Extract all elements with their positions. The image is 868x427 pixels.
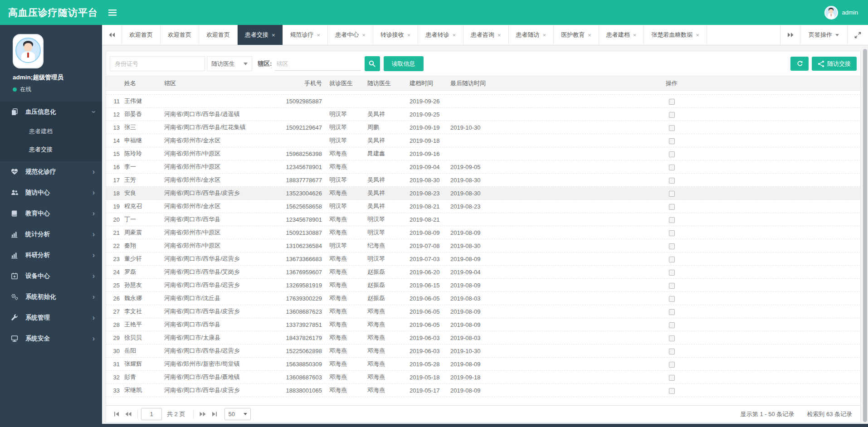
follow-handover-button[interactable]: 随访交接: [812, 57, 857, 71]
id-card-input[interactable]: [110, 56, 205, 71]
sidebar-item-std-treatment[interactable]: 规范化诊疗›: [0, 161, 102, 182]
region-input[interactable]: [275, 57, 361, 71]
tab-close-icon[interactable]: ×: [407, 32, 411, 39]
row-checkbox[interactable]: [669, 217, 675, 223]
table-row[interactable]: 20丁一河南省/周口市/西华县12345678901邓海燕明汉琴2019-08-…: [106, 213, 860, 226]
fullscreen-icon[interactable]: [847, 25, 868, 45]
table-row[interactable]: 15陈玲玲河南省/郑州市/中原区15968256398邓海燕晁建鑫2019-09…: [106, 147, 860, 160]
last-page-button[interactable]: [209, 408, 220, 420]
tab-actions-dropdown[interactable]: 页签操作: [800, 25, 847, 45]
tab-8[interactable]: 患者咨询×: [463, 25, 509, 45]
row-checkbox[interactable]: [669, 335, 675, 341]
tab-0[interactable]: 欢迎首页: [122, 25, 161, 45]
table-row[interactable]: 29徐贝贝河南省/周口市/太康县18437826179邓海燕邓海燕2019-06…: [106, 331, 860, 345]
table-row[interactable]: 18安良河南省/周口市/西华县/皮营乡13523004626邓海燕吴凤祥2019…: [106, 187, 860, 200]
read-info-button[interactable]: 读取信息: [384, 56, 424, 71]
tab-6[interactable]: 转诊接收×: [373, 25, 419, 45]
table-row[interactable]: 24罗磊河南省/周口市/西华县/艾岗乡13676959607邓海燕赵振磊2019…: [106, 266, 860, 279]
scrollbar-thumb[interactable]: [863, 49, 867, 422]
tab-close-icon[interactable]: ×: [543, 32, 546, 39]
sidebar-item-research-analysis[interactable]: 科研分析›: [0, 245, 102, 266]
sidebar-subitem-patient-handover[interactable]: 患者交接: [0, 141, 102, 159]
row-checkbox[interactable]: [669, 165, 675, 170]
tab-close-icon[interactable]: ×: [362, 32, 366, 39]
table-row[interactable]: 11王伟健150929858872019-09-26: [106, 95, 860, 108]
sidebar-item-sys-init[interactable]: 系统初始化›: [0, 286, 102, 307]
sidebar-item-edu-center[interactable]: 教育中心›: [0, 203, 102, 224]
table-row[interactable]: 19程克召河南省/郑州市/金水区15625658658明汉琴吴凤祥2019-08…: [106, 200, 860, 213]
table-row[interactable]: 31张耀辉河南省/郑州市/新密市/苟堂镇15638850309邓海燕邓海燕201…: [106, 358, 860, 371]
tab-close-icon[interactable]: ×: [633, 32, 637, 39]
table-row[interactable]: 16李一河南省/郑州市/中原区12345678901邓海燕2019-09-042…: [106, 160, 860, 174]
row-checkbox[interactable]: [669, 230, 675, 236]
row-checkbox[interactable]: [669, 178, 675, 184]
table-row[interactable]: 14申福继河南省/郑州市/金水区明汉琴吴凤祥2019-09-18: [106, 134, 860, 147]
table-row[interactable]: 27李文社河南省/周口市/西华县/皮营乡13608687623邓海燕邓海燕201…: [106, 305, 860, 318]
tab-4[interactable]: 规范诊疗×: [283, 25, 328, 45]
tab-10[interactable]: 医护教育×: [554, 25, 599, 45]
table-row[interactable]: 12邵晏香河南省/周口市/西华县/逍遥镇明汉琴吴凤祥2019-09-25: [106, 108, 860, 121]
table-row[interactable]: 25孙慧友河南省/周口市/西华县/迟营乡13269581919邓海燕赵振磊201…: [106, 279, 860, 292]
profile-avatar[interactable]: [13, 34, 44, 68]
tab-close-icon[interactable]: ×: [317, 32, 321, 39]
table-row[interactable]: 30岳阳河南省/周口市/西华县/迟营乡15225062898邓海燕邓海燕2019…: [106, 345, 860, 358]
tab-5[interactable]: 患者中心×: [328, 25, 373, 45]
row-checkbox[interactable]: [669, 388, 675, 394]
table-row[interactable]: 26魏永娜河南省/周口市/沈丘县17639300229邓海燕赵振磊2019-06…: [106, 292, 860, 305]
sidebar-item-sys-manage[interactable]: 系统管理›: [0, 307, 102, 328]
row-checkbox[interactable]: [669, 138, 675, 144]
sidebar-item-follow-center[interactable]: 随访中心›: [0, 182, 102, 203]
row-checkbox[interactable]: [669, 309, 675, 315]
table-row[interactable]: 17王芳河南省/郑州市/金水区18837778677明汉琴吴凤祥2019-08-…: [106, 174, 860, 187]
table-row[interactable]: 13张三河南省/周口市/西华县/红花集镇15092129647明汉琴周鹏2019…: [106, 121, 860, 134]
row-checkbox[interactable]: [669, 204, 675, 210]
refresh-button[interactable]: [790, 57, 809, 71]
search-button[interactable]: [365, 56, 380, 71]
tab-close-icon[interactable]: ×: [588, 32, 591, 39]
tab-close-icon[interactable]: ×: [696, 32, 699, 39]
tabs-scroll-left-button[interactable]: [102, 25, 122, 45]
row-checkbox[interactable]: [669, 112, 675, 118]
previous-page-button[interactable]: [122, 408, 134, 420]
table-row[interactable]: 33宋继凯河南省/周口市/西华县/皮营乡18838001065邓海燕邓海燕201…: [106, 384, 860, 397]
sidebar-item-stats-analysis[interactable]: 统计分析›: [0, 224, 102, 245]
tab-close-icon[interactable]: ×: [497, 32, 501, 39]
sidebar-toggle-icon[interactable]: [108, 10, 117, 16]
tab-12[interactable]: 张楚若血糖数据×: [644, 25, 707, 45]
table-row[interactable]: 23董少轩河南省/周口市/西华县/迟营乡13673366683邓海燕明汉琴201…: [106, 252, 860, 266]
table-row[interactable]: 32彭青河南省/周口市/西华县/聂堆镇13608687603邓海燕邓海燕2019…: [106, 371, 860, 384]
row-checkbox[interactable]: [669, 296, 675, 302]
tab-9[interactable]: 患者随访×: [509, 25, 554, 45]
row-checkbox[interactable]: [669, 243, 675, 249]
tab-7[interactable]: 患者转诊×: [418, 25, 463, 45]
row-checkbox[interactable]: [669, 191, 675, 197]
page-size-select[interactable]: 50: [224, 408, 251, 420]
row-checkbox[interactable]: [669, 322, 675, 328]
row-checkbox[interactable]: [669, 270, 675, 276]
tab-close-icon[interactable]: ×: [452, 32, 456, 39]
sidebar-item-sys-security[interactable]: 系统安全›: [0, 328, 102, 349]
table-row[interactable]: 21周豪震河南省/郑州市/中原区15092130887邓海燕明汉琴2019-08…: [106, 226, 860, 239]
topbar-user-menu[interactable]: admin: [824, 6, 858, 19]
row-checkbox[interactable]: [669, 125, 675, 131]
row-checkbox[interactable]: [669, 362, 675, 368]
sidebar-item-device-center[interactable]: 设备中心›: [0, 266, 102, 286]
vertical-scrollbar[interactable]: [862, 45, 868, 427]
tabs-scroll-right-button[interactable]: [780, 25, 800, 45]
table-row[interactable]: 28王艳平河南省/周口市/西华县13373927851邓海燕邓海燕2019-06…: [106, 318, 860, 331]
page-number-input[interactable]: [141, 408, 162, 420]
sidebar-item-bp-info[interactable]: 血压信息化›: [0, 102, 102, 122]
tab-2[interactable]: 欢迎首页: [199, 25, 238, 45]
row-checkbox[interactable]: [669, 283, 675, 289]
row-checkbox[interactable]: [669, 151, 675, 157]
row-checkbox[interactable]: [669, 257, 675, 262]
tab-3[interactable]: 患者交接×: [238, 25, 283, 45]
tab-11[interactable]: 患者建档×: [599, 25, 644, 45]
tab-close-icon[interactable]: ×: [272, 32, 275, 39]
row-checkbox[interactable]: [669, 349, 675, 354]
first-page-button[interactable]: [111, 408, 122, 420]
tab-1[interactable]: 欢迎首页: [161, 25, 199, 45]
follow-doctor-select[interactable]: 随访医生: [207, 56, 252, 71]
row-checkbox[interactable]: [669, 375, 675, 381]
next-page-button[interactable]: [197, 408, 209, 420]
